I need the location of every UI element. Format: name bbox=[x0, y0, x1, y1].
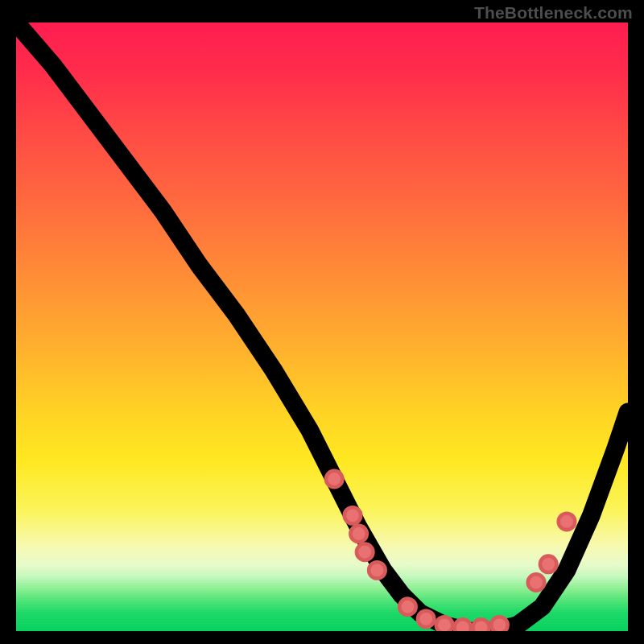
watermark-label: TheBottleneck.com bbox=[474, 3, 633, 23]
data-marker bbox=[559, 514, 576, 530]
data-marker bbox=[491, 617, 508, 631]
data-marker bbox=[473, 619, 489, 631]
data-marker bbox=[418, 611, 435, 627]
data-marker bbox=[326, 471, 343, 487]
curve-layer bbox=[16, 23, 628, 631]
data-marker bbox=[540, 556, 557, 572]
plot-area bbox=[16, 23, 628, 631]
data-marker bbox=[369, 562, 386, 578]
chart-stage: TheBottleneck.com bbox=[0, 0, 644, 644]
data-marker bbox=[528, 574, 545, 590]
data-marker bbox=[357, 544, 374, 560]
data-marker bbox=[399, 599, 416, 615]
data-marker bbox=[345, 507, 361, 523]
bottleneck-curve bbox=[16, 23, 628, 631]
data-marker bbox=[350, 526, 367, 542]
data-marker bbox=[436, 617, 453, 631]
data-marker bbox=[455, 619, 472, 631]
